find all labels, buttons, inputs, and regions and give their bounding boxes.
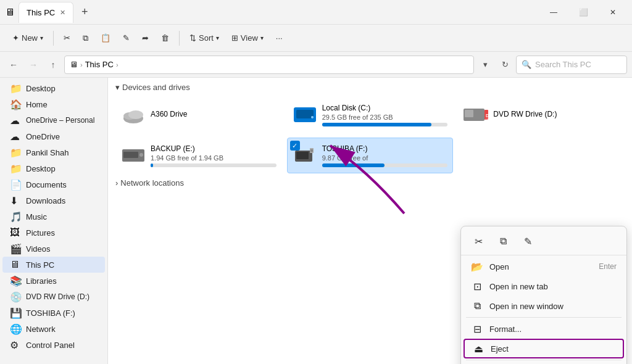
network-collapse-icon: ›: [115, 178, 118, 188]
sidebar-item-dvd[interactable]: 💿 DVD RW Drive (D:): [2, 289, 105, 305]
svg-point-5: [311, 116, 314, 118]
sidebar-item-label: Libraries: [26, 276, 57, 286]
open-icon: 📂: [471, 260, 483, 273]
forward-button[interactable]: →: [25, 56, 42, 73]
controlpanel-icon: ⚙: [10, 339, 21, 350]
path-computer-icon: 🖥: [70, 60, 78, 69]
minimize-button[interactable]: —: [539, 2, 568, 22]
drive-a360[interactable]: A360 Drive: [115, 97, 282, 133]
drive-f-info: TOSHIBA (F:) 9.87 GB free of: [322, 144, 448, 167]
main-tab[interactable]: This PC ✕: [19, 2, 73, 23]
cm-separator-2: [466, 360, 622, 360]
drive-e-space: 1.94 GB free of 1.94 GB: [151, 154, 276, 162]
sidebar-item-toshiba[interactable]: 💾 TOSHIBA (F:): [2, 305, 105, 321]
rename-button[interactable]: ✎: [118, 31, 135, 45]
sidebar-item-label: Downloads: [26, 196, 65, 205]
pictures-icon: 🖼: [10, 227, 21, 238]
sidebar-item-controlpanel[interactable]: ⚙ Control Panel: [2, 337, 105, 353]
address-path[interactable]: 🖥 › This PC ›: [64, 56, 474, 74]
cm-rename-button[interactable]: ✎: [518, 231, 538, 251]
toolbar-separator-2: [179, 31, 180, 46]
path-separator-1: ›: [80, 61, 83, 68]
sidebar-item-pictures[interactable]: 🖼 Pictures: [2, 225, 105, 241]
svg-point-2: [128, 110, 143, 119]
sidebar-item-music[interactable]: 🎵 Music: [2, 209, 105, 225]
download-icon: ⬇: [10, 195, 21, 206]
window-controls: — ⬜ ✕: [539, 2, 627, 22]
sidebar-item-documents[interactable]: 📄 Documents: [2, 176, 105, 192]
cm-pin-quick-item[interactable]: 📌 Pin to Quick access: [461, 362, 626, 364]
main-layout: 📁 Desktop 🏠 Home ☁ OneDrive – Personal ☁…: [0, 78, 632, 364]
new-tab-button[interactable]: +: [76, 4, 93, 21]
sidebar-item-desktop[interactable]: 📁 Desktop: [2, 80, 105, 96]
content-area: ▾ Devices and drives A360 Drive: [108, 78, 632, 364]
sidebar-item-network[interactable]: 🌐 Network: [2, 321, 105, 337]
svg-rect-12: [123, 152, 138, 158]
network-section-header[interactable]: › Network locations: [115, 178, 625, 188]
cm-format-item[interactable]: ⊟ Format...: [461, 319, 626, 339]
eject-icon: ⏏: [472, 342, 484, 355]
close-button[interactable]: ✕: [599, 2, 627, 22]
sidebar-item-onedrive-personal[interactable]: ☁ OneDrive – Personal: [2, 112, 105, 128]
music-icon: 🎵: [10, 211, 21, 222]
restore-button[interactable]: ⬜: [569, 2, 597, 22]
toolbar: ✦ New ▾ ✂ ⧉ 📋 ✎ ➦ 🗑 ⇅ Sort ▾ ⊞ View ▾ ··…: [0, 25, 632, 52]
cm-open-new-tab-item[interactable]: ⊡ Open in new tab: [461, 276, 626, 296]
cm-cut-button[interactable]: ✂: [468, 231, 488, 251]
new-icon: ✦: [12, 33, 19, 43]
view-icon: ⊞: [231, 33, 238, 43]
delete-button[interactable]: 🗑: [156, 31, 174, 45]
sidebar-item-onedrive[interactable]: ☁ OneDrive: [2, 128, 105, 144]
sidebar-item-libraries[interactable]: 📚 Libraries: [2, 273, 105, 289]
cut-icon: ✂: [64, 33, 70, 43]
sidebar-item-label: DVD RW Drive (D:): [26, 292, 89, 301]
drive-d[interactable]: D VD DVD RW Drive (D:): [458, 97, 625, 133]
search-placeholder: Search This PC: [535, 60, 591, 69]
sidebar-item-thispc[interactable]: 🖥 This PC: [2, 257, 105, 273]
hdd2-icon: [121, 143, 146, 168]
network-section-label: Network locations: [120, 178, 184, 188]
cm-copy-button[interactable]: ⧉: [493, 231, 513, 251]
sort-button[interactable]: ⇅ Sort ▾: [185, 31, 224, 45]
cut-button[interactable]: ✂: [59, 31, 75, 45]
drive-a360-info: A360 Drive: [151, 110, 276, 120]
cm-open-new-window-item[interactable]: ⧉ Open in new window: [461, 296, 626, 316]
paste-button[interactable]: 📋: [96, 31, 115, 45]
dvd-icon: 💿: [10, 291, 21, 302]
share-button[interactable]: ➦: [137, 31, 154, 45]
cm-open-tab-label: Open in new tab: [489, 282, 617, 291]
cm-open-item[interactable]: 📂 Open Enter: [461, 257, 626, 276]
cm-eject-item[interactable]: ⏏ Eject: [464, 339, 624, 358]
videos-icon: 🎬: [10, 243, 21, 254]
sidebar-item-label: TOSHIBA (F:): [26, 308, 75, 318]
more-icon: ···: [276, 33, 283, 43]
back-button[interactable]: ←: [5, 56, 22, 73]
new-button[interactable]: ✦ New ▾: [7, 31, 48, 45]
drive-c[interactable]: Local Disk (C:) 29.5 GB free of 235 GB: [287, 97, 454, 133]
refresh-button[interactable]: ↻: [496, 56, 514, 73]
more-button[interactable]: ···: [271, 31, 288, 45]
sidebar-item-desktop2[interactable]: 📁 Desktop: [2, 160, 105, 176]
search-box[interactable]: 🔍 Search This PC: [516, 56, 627, 74]
sidebar-item-label: Control Panel: [26, 341, 75, 350]
address-dropdown-button[interactable]: ▾: [476, 56, 494, 73]
path-separator-2: ›: [116, 61, 118, 68]
view-button[interactable]: ⊞ View ▾: [227, 31, 268, 45]
drive-f[interactable]: ✓ TOSHIBA (F:) 9.87 GB free of: [287, 138, 454, 173]
sidebar-item-label: This PC: [26, 260, 54, 270]
sidebar-item-home[interactable]: 🏠 Home: [2, 96, 105, 112]
sidebar-item-label: Pankil Shah: [26, 148, 69, 157]
sidebar-item-pankil[interactable]: 📁 Pankil Shah: [2, 144, 105, 160]
tab-close-button[interactable]: ✕: [60, 9, 65, 17]
cm-separator-1: [466, 317, 622, 318]
sidebar-item-videos[interactable]: 🎬 Videos: [2, 241, 105, 257]
cm-open-label: Open: [489, 262, 592, 271]
up-button[interactable]: ↑: [44, 56, 62, 73]
copy-button[interactable]: ⧉: [78, 31, 93, 46]
devices-section-header[interactable]: ▾ Devices and drives: [115, 83, 625, 92]
sidebar-item-label: Network: [26, 325, 56, 334]
sidebar-item-downloads[interactable]: ⬇ Downloads: [2, 192, 105, 209]
drive-e[interactable]: BACKUP (E:) 1.94 GB free of 1.94 GB: [115, 138, 282, 173]
folder-icon: 📁: [10, 163, 21, 174]
format-icon: ⊟: [471, 323, 483, 335]
